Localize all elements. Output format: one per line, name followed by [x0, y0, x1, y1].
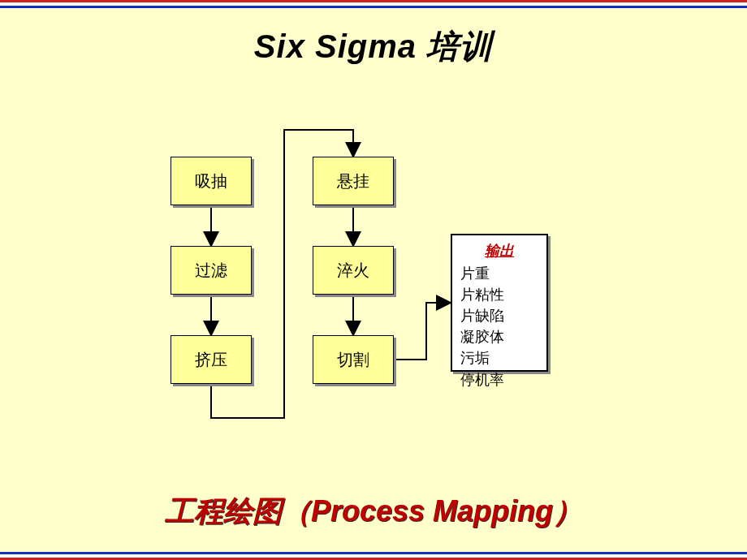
box-hang: 悬挂 [313, 157, 394, 205]
output-header: 输出 [460, 240, 538, 261]
process-diagram: 吸抽 过滤 挤压 悬挂 淬火 切割 输出 片重 片粘性 片缺陷 凝胶体 污垢 停… [158, 120, 605, 445]
page-title: Six Sigma 培训 [0, 24, 747, 69]
box-suction: 吸抽 [171, 157, 252, 205]
top-stripe [0, 0, 747, 8]
box-quench: 淬火 [313, 246, 394, 295]
output-box: 输出 片重 片粘性 片缺陷 凝胶体 污垢 停机率 [451, 234, 548, 372]
output-item: 片缺陷 [460, 305, 538, 326]
output-item: 片粘性 [460, 284, 538, 305]
box-cut: 切割 [313, 335, 394, 384]
output-item: 凝胶体 [460, 326, 538, 347]
box-extrude: 挤压 [171, 335, 252, 384]
page-subtitle: 工程绘图（Process Mapping） [0, 492, 747, 532]
bottom-stripe [0, 552, 747, 560]
box-filter: 过滤 [171, 246, 252, 295]
output-item: 污垢 [460, 347, 538, 368]
output-item: 片重 [460, 263, 538, 284]
output-item: 停机率 [460, 369, 538, 390]
